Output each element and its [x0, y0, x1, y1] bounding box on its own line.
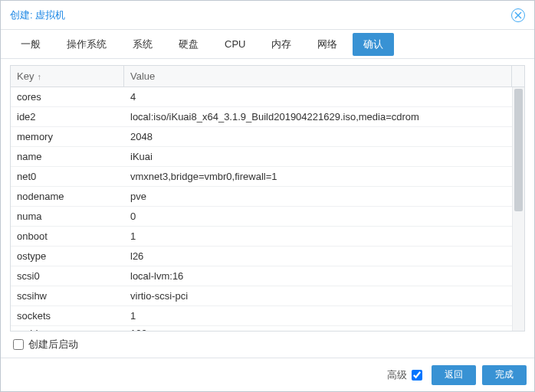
table-row[interactable]: net0vmxnet3,bridge=vmbr0,firewall=1 — [11, 167, 512, 187]
table-row[interactable]: numa0 — [11, 207, 512, 227]
cell-key: vmid — [11, 326, 124, 331]
table-row[interactable]: ide2local:iso/iKuai8_x64_3.1.9_Build2019… — [11, 107, 512, 127]
table-row[interactable]: vmid102 — [11, 326, 512, 331]
footer: 高级 返回 完成 — [1, 358, 534, 391]
cell-value: pve — [124, 191, 512, 202]
cell-value: 4 — [124, 91, 512, 103]
advanced-toggle[interactable]: 高级 — [387, 368, 422, 382]
start-after-create-checkbox[interactable]: 创建后启动 — [13, 338, 78, 351]
table-row[interactable]: scsi0local-lvm:16 — [11, 266, 512, 286]
cell-key: nodename — [11, 191, 124, 202]
cell-key: numa — [11, 211, 124, 222]
tab-cpu[interactable]: CPU — [214, 34, 256, 54]
grid-body: cores4ide2local:iso/iKuai8_x64_3.1.9_Bui… — [11, 87, 512, 331]
cell-key: net0 — [11, 171, 124, 182]
cell-value: local-lvm:16 — [124, 270, 512, 282]
wizard-tabs: 一般 操作系统 系统 硬盘 CPU 内存 网络 确认 — [1, 30, 534, 59]
table-row[interactable]: nameiKuai — [11, 147, 512, 167]
cell-value: 2048 — [124, 131, 512, 142]
grid-header: Key ↑ Value — [11, 66, 524, 87]
table-row[interactable]: ostypel26 — [11, 247, 512, 266]
cell-value: l26 — [124, 250, 512, 262]
advanced-label: 高级 — [387, 368, 407, 382]
start-after-create-input[interactable] — [13, 339, 24, 350]
cell-key: cores — [11, 91, 124, 103]
table-row[interactable]: onboot1 — [11, 227, 512, 247]
start-after-create-label: 创建后启动 — [28, 338, 78, 351]
cell-key: onboot — [11, 230, 124, 242]
column-header-key[interactable]: Key ↑ — [11, 66, 124, 87]
tab-general[interactable]: 一般 — [10, 33, 51, 56]
column-header-scrollbar-spacer — [512, 66, 524, 87]
tab-memory[interactable]: 内存 — [261, 33, 302, 56]
advanced-checkbox[interactable] — [412, 370, 422, 381]
table-row[interactable]: cores4 — [11, 87, 512, 107]
cell-value: virtio-scsi-pci — [124, 290, 512, 302]
cell-key: scsihw — [11, 290, 124, 302]
cell-key: name — [11, 151, 124, 162]
content-area: Key ↑ Value cores4ide2local:iso/iKuai8_x… — [1, 59, 534, 358]
cell-key: memory — [11, 131, 124, 142]
scrollbar-thumb[interactable] — [514, 89, 523, 211]
titlebar: 创建: 虚拟机 — [1, 1, 534, 30]
close-button[interactable] — [511, 8, 525, 22]
back-button[interactable]: 返回 — [432, 365, 476, 385]
grid-body-wrap: cores4ide2local:iso/iKuai8_x64_3.1.9_Bui… — [11, 87, 524, 331]
table-row[interactable]: memory2048 — [11, 127, 512, 147]
window-title: 创建: 虚拟机 — [10, 8, 511, 22]
cell-key: ostype — [11, 250, 124, 262]
table-row[interactable]: sockets1 — [11, 306, 512, 326]
sort-ascending-icon: ↑ — [37, 72, 41, 81]
column-header-value-label: Value — [130, 70, 155, 82]
create-vm-dialog: 创建: 虚拟机 一般 操作系统 系统 硬盘 CPU 内存 网络 确认 Key ↑… — [0, 0, 535, 392]
tab-confirm[interactable]: 确认 — [353, 33, 394, 56]
tab-network[interactable]: 网络 — [307, 33, 348, 56]
column-header-value[interactable]: Value — [124, 66, 512, 87]
cell-value: 102 — [124, 326, 512, 331]
cell-value: 1 — [124, 310, 512, 322]
close-icon — [514, 11, 522, 19]
cell-value: 1 — [124, 230, 512, 242]
summary-grid: Key ↑ Value cores4ide2local:iso/iKuai8_x… — [10, 65, 525, 332]
cell-key: sockets — [11, 310, 124, 322]
cell-key: scsi0 — [11, 270, 124, 282]
table-row[interactable]: nodenamepve — [11, 187, 512, 207]
cell-value: local:iso/iKuai8_x64_3.1.9_Build20190422… — [124, 111, 512, 122]
cell-key: ide2 — [11, 111, 124, 122]
tab-system[interactable]: 系统 — [122, 33, 163, 56]
cell-value: 0 — [124, 211, 512, 222]
table-row[interactable]: scsihwvirtio-scsi-pci — [11, 286, 512, 306]
cell-value: iKuai — [124, 151, 512, 162]
tab-os[interactable]: 操作系统 — [56, 33, 117, 56]
below-grid-area: 创建后启动 — [10, 332, 525, 358]
cell-value: vmxnet3,bridge=vmbr0,firewall=1 — [124, 171, 512, 182]
column-header-key-label: Key — [17, 70, 34, 82]
finish-button[interactable]: 完成 — [482, 365, 527, 385]
tab-disk[interactable]: 硬盘 — [168, 33, 209, 56]
vertical-scrollbar[interactable] — [512, 87, 524, 331]
